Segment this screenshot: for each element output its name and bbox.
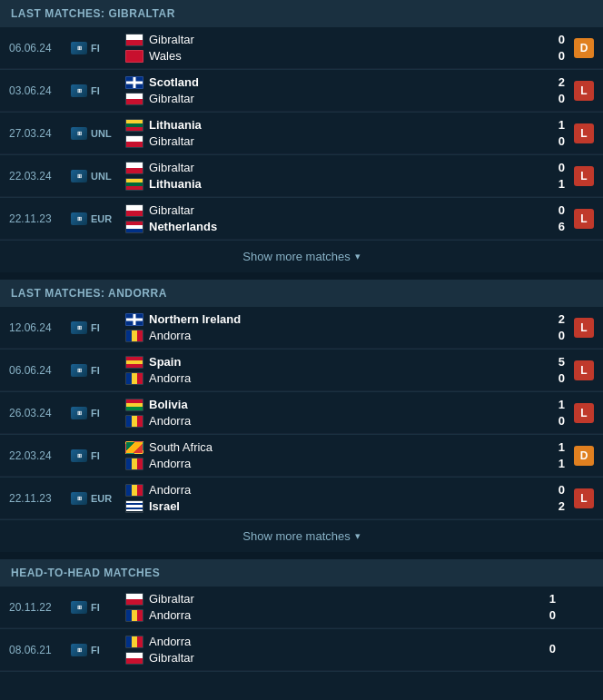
result-badge: L [574, 360, 594, 380]
scores-col: 20 [538, 75, 565, 105]
flag-icon [125, 76, 143, 89]
flag-icon [125, 484, 143, 497]
team-row: Gibraltar [125, 651, 529, 665]
team-name: Lithuania [149, 118, 202, 132]
competition-icon: ⊞ [71, 407, 87, 419]
match-row: 06.06.24⊞FISpainAndorra50L [0, 350, 603, 391]
team-row: South Africa [125, 440, 538, 454]
score: 1 [550, 177, 565, 191]
match-date: 06.06.24 [9, 42, 71, 54]
team-row: Northern Ireland [125, 312, 538, 326]
flag-icon [125, 50, 143, 63]
team-name: Gibraltar [149, 592, 194, 606]
match-row: 03.06.24⊞FIScotlandGibraltar20L [0, 70, 603, 112]
section-header-h2h: HEAD-TO-HEAD MATCHES [0, 559, 603, 587]
competition-label: EUR [91, 493, 112, 504]
match-date: 06.06.24 [9, 364, 71, 377]
score: 1 [550, 118, 565, 132]
competition-label: UNL [91, 128, 112, 139]
flag-icon [125, 34, 143, 46]
score: 1 [550, 457, 565, 470]
team-name: South Africa [149, 440, 213, 454]
team-name: Wales [149, 49, 182, 63]
scores-col: 11 [538, 440, 565, 470]
teams-col: GibraltarLithuania [125, 161, 538, 191]
score: 1 [541, 592, 556, 606]
competition-icon: ⊞ [71, 601, 87, 614]
competition-icon: ⊞ [71, 170, 87, 182]
match-group: 06.06.24⊞FISpainAndorra50L [0, 350, 603, 392]
flag-icon [125, 162, 143, 174]
result-badge: L [574, 403, 594, 423]
match-row: 22.11.23⊞EURAndorraIsrael02L [0, 478, 603, 519]
match-date: 08.06.21 [9, 644, 71, 656]
score: 0 [550, 161, 565, 174]
score: 0 [550, 483, 565, 497]
competition-col: ⊞FI [71, 407, 125, 419]
match-date: 12.06.24 [9, 321, 71, 334]
match-group: 26.03.24⊞FIBoliviaAndorra10L [0, 392, 603, 435]
team-name: Bolivia [149, 398, 188, 411]
scores-col: 06 [538, 203, 565, 233]
competition-icon: ⊞ [71, 321, 87, 334]
competition-label: FI [91, 602, 100, 613]
competition-label: FI [91, 322, 100, 333]
competition-col: ⊞FI [71, 644, 125, 656]
match-date: 20.11.22 [9, 601, 71, 614]
score: 2 [550, 312, 565, 326]
competition-icon: ⊞ [71, 84, 87, 97]
team-row: Andorra [125, 608, 529, 622]
teams-col: AndorraGibraltar [125, 635, 529, 665]
flag-icon [125, 415, 143, 428]
flag-icon [125, 221, 143, 233]
team-name: Andorra [149, 414, 191, 428]
flag-icon [125, 372, 143, 385]
flag-icon [125, 652, 143, 665]
score: 0 [541, 642, 556, 656]
result-badge: D [574, 446, 594, 466]
teams-col: Northern IrelandAndorra [125, 312, 538, 342]
match-row: 27.03.24⊞UNLLithuaniaGibraltar10L [0, 113, 603, 154]
competition-icon: ⊞ [71, 644, 87, 656]
score: 0 [550, 329, 565, 342]
team-name: Scotland [149, 75, 199, 89]
score: 0 [550, 414, 565, 428]
result-badge: L [574, 166, 594, 186]
show-more-label: Show more matches [242, 250, 351, 263]
result-badge: L [574, 123, 594, 143]
team-row: Andorra [125, 414, 538, 428]
flag-icon [125, 178, 143, 191]
match-row: 22.03.24⊞FISouth AfricaAndorra11D [0, 435, 603, 477]
team-row: Gibraltar [125, 92, 538, 105]
score: 2 [550, 499, 565, 513]
teams-col: GibraltarNetherlands [125, 203, 538, 233]
score: 0 [541, 608, 556, 622]
section-header-gibraltar: LAST MATCHES: GIBRALTAR [0, 0, 603, 27]
competition-col: ⊞UNL [71, 170, 125, 182]
show-more-button[interactable]: Show more matches ▾ [0, 520, 603, 552]
team-row: Gibraltar [125, 134, 538, 148]
show-more-button[interactable]: Show more matches ▾ [0, 241, 603, 272]
team-row: Spain [125, 355, 538, 369]
team-name: Gibraltar [149, 33, 194, 46]
flag-icon [125, 441, 143, 454]
result-badge: D [574, 38, 594, 58]
scores-col: 01 [538, 161, 565, 191]
match-group: 22.03.24⊞FISouth AfricaAndorra11D [0, 435, 603, 478]
team-name: Andorra [149, 483, 191, 497]
team-name: Gibraltar [149, 134, 194, 148]
competition-icon: ⊞ [71, 42, 87, 54]
flag-icon [125, 313, 143, 326]
match-group: 20.11.22⊞FIGibraltarAndorra10 [0, 587, 603, 629]
teams-col: South AfricaAndorra [125, 440, 538, 470]
team-row: Scotland [125, 75, 538, 89]
section-spacer [0, 552, 603, 559]
result-badge: L [574, 81, 594, 101]
section-header-andorra: LAST MATCHES: ANDORRA [0, 280, 603, 307]
team-name: Spain [149, 355, 181, 369]
team-row: Andorra [125, 457, 538, 470]
flag-icon [125, 593, 143, 606]
flag-icon [125, 93, 143, 105]
score: 0 [550, 371, 565, 385]
team-row: Andorra [125, 371, 538, 385]
